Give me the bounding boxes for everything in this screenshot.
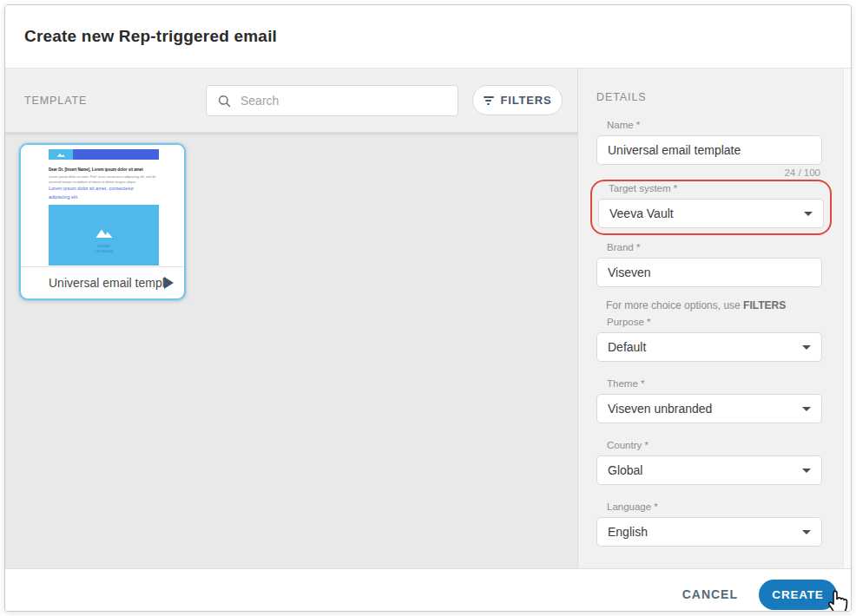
language-value: English: [608, 525, 648, 539]
template-heading: TEMPLATE: [24, 95, 87, 107]
language-field-group: Language * English: [596, 501, 822, 547]
cancel-button[interactable]: CANCEL: [682, 587, 738, 601]
country-label: Country *: [607, 440, 822, 450]
language-select[interactable]: English: [596, 517, 822, 547]
theme-label: Theme *: [607, 378, 822, 389]
brand-label: Brand *: [607, 242, 822, 252]
page-title: Create new Rep-triggered email: [24, 27, 277, 46]
thumb-heading: Dear Dr. [Insert Name], Lorem ipsum dolo…: [49, 167, 159, 172]
chevron-down-icon: [804, 212, 813, 216]
theme-value: Viseven unbranded: [608, 402, 712, 416]
country-select[interactable]: Global: [596, 455, 822, 485]
template-section: TEMPLATE FILTERS: [5, 69, 578, 568]
chevron-down-icon: [802, 469, 811, 473]
name-field-group: Name * 24 / 100: [596, 120, 822, 178]
preview-play-icon[interactable]: [164, 277, 174, 289]
theme-select[interactable]: Viseven unbranded: [596, 394, 822, 423]
search-icon: [218, 95, 231, 108]
thumb-image-captions: 600x340 ICS 1290x640: [49, 244, 159, 254]
thumb-body-text: Lorem ipsum dolor sit amet. Prof. acea c…: [49, 174, 160, 184]
filters-hint-text: For more choice options, use: [606, 299, 743, 311]
scrollbar-track[interactable]: [843, 69, 851, 568]
filters-hint: For more choice options, use FILTERS: [606, 299, 832, 311]
purpose-field-group: Purpose * Default: [596, 317, 822, 362]
dialog-body: TEMPLATE FILTERS: [5, 69, 851, 568]
country-field-group: Country * Global: [596, 440, 822, 485]
target-system-value: Veeva Vault: [609, 206, 674, 220]
filter-icon: [484, 96, 494, 105]
search-input[interactable]: [240, 94, 449, 108]
theme-field-group: Theme * Viseven unbranded: [596, 378, 822, 423]
thumb-logo-block: [49, 149, 73, 160]
country-value: Global: [608, 463, 642, 477]
template-thumbnail: Dear Dr. [Insert Name], Lorem ipsum dolo…: [21, 145, 184, 267]
thumb-blue-text: Lorem ipsum dolor sit amet, consectetur …: [49, 184, 141, 201]
template-card-title: Universal email templ...: [49, 276, 164, 290]
details-heading: DETAILS: [596, 91, 832, 103]
target-system-select[interactable]: Veeva Vault: [598, 199, 824, 228]
target-system-field-group: Target system * Veeva Vault: [598, 183, 824, 228]
target-system-label: Target system *: [609, 183, 824, 193]
annotation-highlight: Target system * Veeva Vault: [590, 180, 832, 235]
template-card[interactable]: Dear Dr. [Insert Name], Lorem ipsum dolo…: [19, 143, 186, 300]
purpose-select[interactable]: Default: [596, 332, 822, 362]
language-label: Language *: [607, 501, 822, 512]
thumb-image-caption-2: ICS 1290x640: [49, 249, 159, 254]
name-char-counter: 24 / 100: [596, 167, 822, 178]
filters-hint-bold: FILTERS: [743, 299, 786, 311]
template-list: Dear Dr. [Insert Name], Lorem ipsum dolo…: [5, 133, 577, 568]
create-email-dialog: Create new Rep-triggered email TEMPLATE …: [4, 4, 852, 612]
cursor-icon: [826, 587, 850, 612]
filters-button[interactable]: FILTERS: [472, 85, 563, 115]
purpose-value: Default: [608, 340, 646, 354]
template-toolbar: TEMPLATE FILTERS: [5, 69, 577, 133]
mountain-icon: [95, 227, 112, 238]
details-panel: DETAILS Name * 24 / 100 Target system * …: [578, 69, 851, 568]
chevron-down-icon: [802, 407, 811, 411]
dialog-header: Create new Rep-triggered email: [5, 5, 851, 69]
brand-input[interactable]: [596, 258, 822, 287]
purpose-label: Purpose *: [607, 317, 822, 327]
dialog-footer: CANCEL CREATE: [5, 568, 851, 611]
name-label: Name *: [607, 120, 822, 130]
thumb-image-placeholder: 600x340 ICS 1290x640: [49, 205, 159, 265]
search-box[interactable]: [206, 85, 458, 116]
name-input[interactable]: [596, 135, 822, 165]
image-icon: [57, 152, 65, 157]
thumb-header-bar: [49, 149, 159, 160]
brand-field-group: Brand *: [596, 242, 822, 287]
chevron-down-icon: [802, 345, 811, 350]
chevron-down-icon: [802, 530, 811, 534]
filters-button-label: FILTERS: [501, 94, 552, 107]
template-card-footer: Universal email templ...: [21, 267, 184, 298]
